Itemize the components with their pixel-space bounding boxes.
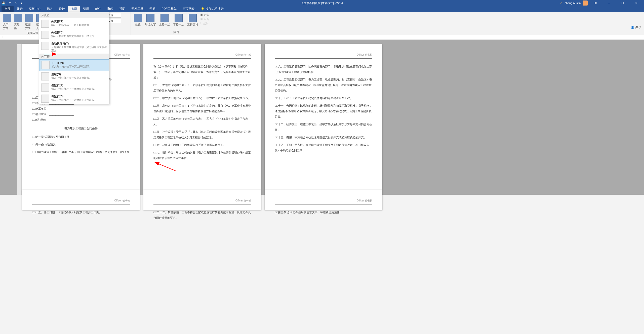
even-page-icon <box>41 84 49 92</box>
ruler-corner: L <box>3 36 4 38</box>
tab-design[interactable]: 设计 <box>56 6 68 12</box>
text-direction-button[interactable]: 文字方向 <box>2 13 12 31</box>
orientation-button[interactable]: 纸张方向 <box>24 13 34 31</box>
column-break-icon <box>41 31 49 39</box>
tab-file[interactable]: 文件 <box>2 6 14 12</box>
section-breaks-header: 分节符 <box>39 54 109 59</box>
bring-forward-button[interactable]: 上移一层 <box>158 13 171 27</box>
page-2: Officer 秘书长 称《合同条件》）和《电力建设工程施工合同协议条款》（以下… <box>143 44 261 190</box>
margins-button[interactable]: 页边距 <box>13 13 23 31</box>
ribbon-tabs: 文件 开始 模板中心 插入 设计 布局 引用 邮件 审阅 视图 开发工具 帮助 … <box>0 6 644 12</box>
page-5: Officer 秘书长 □□二十二、质量缺陷：工程不符合国家或行业现行的有关技术… <box>143 190 261 210</box>
redo-icon[interactable]: ↷ <box>14 1 18 5</box>
arrange-label: 排列 <box>133 30 219 34</box>
tab-insert[interactable]: 插入 <box>44 6 56 12</box>
tab-mailings[interactable]: 邮件 <box>92 6 104 12</box>
page-6: Officer 秘书长 □□第三条 合同文件使用的语言文字、标准和适用法律 <box>265 190 382 210</box>
tab-pdf[interactable]: PDF工具集 <box>158 6 180 12</box>
text-wrap-break-item[interactable]: 自动换行符(T) 分隔网页上的对象周围的文字，如分隔题注文字与正文。 <box>39 40 109 54</box>
column-break-item[interactable]: 分栏符(C) 指示分栏符后面的文字将从下一栏开始。 <box>39 29 109 40</box>
group-button[interactable]: ▣ 组合 <box>200 17 209 21</box>
page-break-item[interactable]: 分页符(P) 标记一页结束与下一页开始的位置。 <box>39 18 109 29</box>
lightbulb-icon: 💡 <box>201 7 205 11</box>
minimize-button[interactable]: ─ <box>603 0 615 6</box>
spacing-before-input[interactable] <box>108 13 121 18</box>
maximize-button[interactable]: ☐ <box>617 0 628 6</box>
tell-me-search[interactable]: 💡 操作说明搜索 <box>198 6 227 12</box>
selection-pane-button[interactable]: 选择窗格 <box>186 13 199 27</box>
send-backward-button[interactable]: 下移一层 <box>172 13 185 27</box>
odd-page-break-item[interactable]: 奇数页(D) 插入分节符并在下一奇数页上开始新节。 <box>39 93 109 104</box>
position-button[interactable]: 位置 <box>133 13 143 27</box>
user-name: Zhang Austin <box>565 2 581 5</box>
vertical-ruler[interactable] <box>17 44 22 195</box>
page-break-icon <box>41 20 49 28</box>
tab-baidu[interactable]: 百度网盘 <box>180 6 198 12</box>
odd-page-icon <box>41 95 49 103</box>
align-button[interactable]: ▣ 对齐 <box>200 13 209 17</box>
tab-view[interactable]: 视图 <box>116 6 128 12</box>
spacing-after-input[interactable] <box>108 19 121 23</box>
share-icon: 👤 <box>631 26 634 29</box>
user-warning-icon: ⚠ <box>560 2 562 5</box>
next-page-icon <box>42 61 50 69</box>
tab-developer[interactable]: 开发工具 <box>128 6 146 12</box>
title-bar: 💾 ↶ ↷ ▾ 长文档不同页眉 [兼容模式] - Word ⚠ Zhang Au… <box>0 0 644 6</box>
tab-review[interactable]: 审阅 <box>104 6 116 12</box>
user-avatar[interactable] <box>583 1 588 6</box>
close-button[interactable]: ✕ <box>630 0 642 6</box>
tab-template[interactable]: 模板中心 <box>26 6 44 12</box>
tab-references[interactable]: 引用 <box>80 6 92 12</box>
text-wrap-icon <box>41 42 49 50</box>
quick-access-toolbar: 💾 ↶ ↷ ▾ <box>0 1 24 5</box>
wrap-text-button[interactable]: 环绕文字 <box>144 13 157 27</box>
continuous-break-item[interactable]: 连续(O) 插入分节符并在同一页上开始新节。 <box>39 71 109 82</box>
rotate-button[interactable]: ↻ 旋转 <box>200 22 209 25</box>
qat-more-icon[interactable]: ▾ <box>20 1 24 5</box>
undo-icon[interactable]: ↶ <box>8 1 12 5</box>
next-page-break-item[interactable]: 下一页(N) 插入分节符并在下一页上开始新节。 <box>39 59 109 71</box>
document-title: 长文档不同页眉 [兼容模式] - Word <box>301 1 343 5</box>
save-icon[interactable]: 💾 <box>2 1 6 5</box>
page-4: Officer 秘书长 □□十五、开工日期：《协议条款》约定的工程开工日期。 <box>22 190 140 210</box>
page-breaks-header: 分页符 <box>39 12 109 18</box>
tab-help[interactable]: 帮助 <box>146 6 158 12</box>
tab-layout[interactable]: 布局 <box>68 6 80 12</box>
continuous-icon <box>41 72 49 80</box>
share-button[interactable]: 👤 共享 <box>631 25 641 29</box>
ribbon-options-icon[interactable]: ⊞ <box>590 0 601 6</box>
page-3: Officer 秘书长 □□八、工程造价管理部门：国务院各有关部门、各级建设行政… <box>265 44 382 190</box>
even-page-break-item[interactable]: 偶数页(E) 插入分节符并在下一偶数页上开始新节。 <box>39 82 109 93</box>
breaks-menu: 分页符 分页符(P) 标记一页结束与下一页开始的位置。 分栏符(C) 指示分栏符… <box>39 12 109 104</box>
tab-home[interactable]: 开始 <box>14 6 26 12</box>
